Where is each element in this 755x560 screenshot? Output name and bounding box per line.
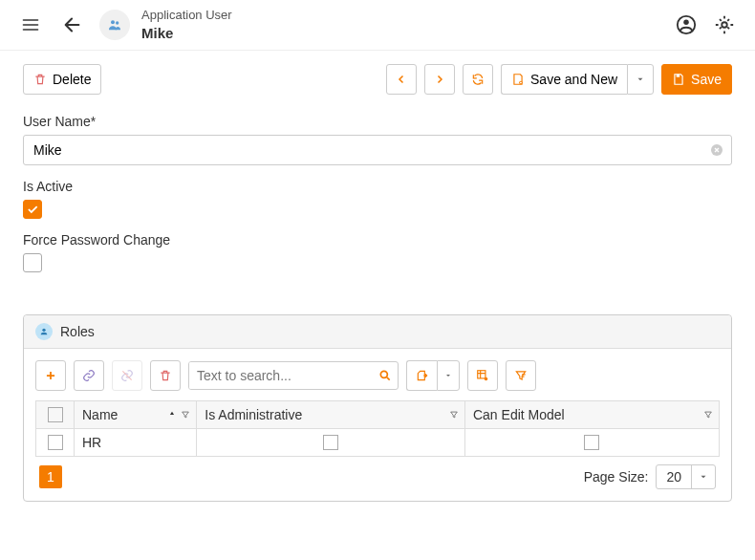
svg-rect-6 — [677, 75, 680, 77]
delete-button[interactable]: Delete — [23, 64, 101, 95]
svg-point-9 — [380, 372, 387, 378]
row-checkbox[interactable] — [48, 435, 63, 450]
svg-rect-10 — [478, 371, 485, 378]
refresh-button[interactable] — [463, 64, 493, 95]
save-new-icon — [511, 73, 525, 86]
unlink-role-button[interactable] — [112, 360, 142, 391]
svg-point-4 — [722, 22, 727, 28]
table-row[interactable]: HR — [36, 429, 720, 457]
column-name[interactable]: Name — [75, 401, 197, 429]
title-block: Application User Mike — [141, 8, 659, 42]
is-active-label: Is Active — [23, 179, 732, 194]
can-edit-checkbox[interactable] — [584, 435, 599, 450]
roles-icon — [35, 323, 53, 340]
export-dropdown[interactable] — [437, 360, 460, 391]
force-password-label: Force Password Change — [23, 232, 732, 248]
save-and-new-dropdown[interactable] — [627, 64, 654, 95]
page-1-button[interactable]: 1 — [39, 465, 62, 488]
select-all-header[interactable] — [36, 401, 75, 429]
settings-button[interactable] — [709, 10, 740, 40]
filter-icon[interactable] — [449, 410, 459, 420]
page-size-label: Page Size: — [584, 469, 649, 485]
export-button[interactable] — [406, 360, 437, 391]
trash-icon — [33, 73, 47, 86]
svg-point-0 — [111, 21, 115, 25]
save-button[interactable]: Save — [661, 64, 732, 95]
menu-button[interactable] — [15, 10, 46, 40]
cell-name: HR — [75, 429, 197, 457]
svg-point-3 — [683, 20, 689, 26]
sort-icon[interactable] — [167, 410, 177, 420]
back-button[interactable] — [57, 10, 88, 40]
svg-point-11 — [485, 377, 488, 381]
roles-search-button[interactable] — [372, 362, 398, 389]
add-role-button[interactable] — [35, 360, 66, 391]
force-password-checkbox[interactable] — [23, 253, 42, 272]
page-size-value: 20 — [657, 465, 692, 488]
clear-input-button[interactable] — [709, 142, 724, 158]
delete-label: Delete — [53, 72, 91, 87]
is-active-checkbox[interactable] — [23, 200, 42, 219]
is-admin-checkbox[interactable] — [323, 435, 338, 450]
chevron-down-icon — [692, 465, 715, 488]
user-name-label: User Name* — [23, 114, 732, 129]
link-role-button[interactable] — [74, 360, 104, 391]
page-size-select[interactable]: 20 — [656, 464, 716, 489]
account-button[interactable] — [671, 10, 701, 40]
svg-point-8 — [42, 329, 45, 332]
next-record-button[interactable] — [424, 64, 455, 95]
roles-search-input[interactable] — [189, 362, 372, 389]
filter-editor-button[interactable] — [506, 360, 536, 391]
delete-role-button[interactable] — [150, 360, 181, 391]
filter-icon[interactable] — [703, 410, 713, 420]
column-chooser-button[interactable] — [467, 360, 498, 391]
prev-record-button[interactable] — [386, 64, 417, 95]
save-label: Save — [691, 72, 722, 87]
column-can-edit[interactable]: Can Edit Model — [464, 401, 719, 429]
svg-point-1 — [116, 22, 119, 25]
user-name-input[interactable] — [23, 135, 732, 165]
save-icon — [672, 73, 685, 86]
entity-type-label: Application User — [141, 8, 659, 24]
save-and-new-label: Save and New — [530, 72, 617, 87]
page-title: Mike — [141, 24, 659, 43]
roles-title: Roles — [60, 324, 95, 339]
save-and-new-button[interactable]: Save and New — [501, 64, 627, 95]
filter-icon[interactable] — [181, 410, 190, 420]
column-is-admin[interactable]: Is Administrative — [197, 401, 465, 429]
entity-icon — [99, 10, 130, 40]
